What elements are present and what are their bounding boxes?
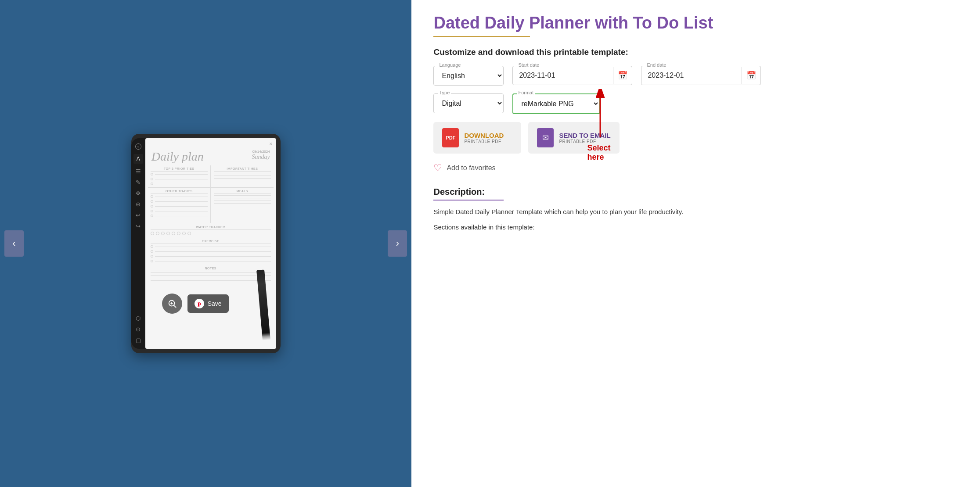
planner-day: Sunday <box>252 154 270 161</box>
tablet-icon-square: ▢ <box>136 337 141 344</box>
water-tracker: WATER TRACKER <box>148 224 274 237</box>
red-arrow-svg <box>587 89 613 142</box>
language-field: Language English Spanish French German <box>433 66 504 86</box>
tablet-icon-menu: ☰ <box>136 168 141 175</box>
download-button[interactable]: PDF DOWNLOAD PRINTABLE PDF <box>433 122 521 154</box>
pinterest-save-button[interactable]: 𝐩 Save <box>187 294 229 313</box>
tablet-icon-search: ⊕ <box>136 201 141 208</box>
format-field: Format PDF PNG reMarkable PNG JPG Selec <box>512 93 600 114</box>
description-heading: Description: <box>433 187 958 197</box>
arrow-annotation: Select here <box>587 89 613 162</box>
tablet-icon-undo: ↩ <box>136 212 141 218</box>
save-label: Save <box>208 300 222 307</box>
type-field: Type Digital Print <box>433 93 504 113</box>
tablet-icon-a: A <box>133 154 143 164</box>
description-section: Description: Simple Dated Daily Planner … <box>433 187 958 231</box>
start-date-label: Start date <box>517 62 540 68</box>
language-label: Language <box>438 62 462 68</box>
start-date-input[interactable] <box>513 66 613 85</box>
tablet-icon-move: ✥ <box>136 190 141 197</box>
select-here-text: Select here <box>587 143 613 162</box>
end-date-field: End date 📅 <box>641 66 761 85</box>
tablet-icon-share: ⬡ <box>136 315 141 322</box>
zoom-button[interactable] <box>162 294 182 314</box>
end-date-picker-button[interactable]: 📅 <box>742 67 760 84</box>
prev-icon: ‹ <box>12 238 15 249</box>
planner-date: 09/14/2024 <box>252 150 270 154</box>
tablet-icon-pin: ✎ <box>136 179 141 186</box>
type-select[interactable]: Digital Print <box>433 93 504 113</box>
right-panel: Dated Daily Planner with To Do List Cust… <box>411 0 980 487</box>
todos-cell: OTHER TO-DO'S <box>148 188 210 223</box>
tablet-icon-redo: ↪ <box>136 223 141 229</box>
meals-cell: MEALS <box>211 188 274 223</box>
planner-title: Daily plan <box>151 150 204 164</box>
end-date-label: End date <box>645 62 667 68</box>
pinterest-logo: 𝐩 <box>195 299 204 308</box>
start-date-wrapper: 📅 <box>512 66 632 85</box>
type-label: Type <box>438 90 451 95</box>
pdf-icon: PDF <box>442 128 459 147</box>
download-main-text: DOWNLOAD <box>464 132 504 139</box>
sections-label: Sections available in this template: <box>433 223 958 231</box>
title-underline <box>433 36 530 37</box>
svg-line-1 <box>173 305 176 308</box>
heart-icon: ♡ <box>433 162 442 174</box>
download-sub-text: PRINTABLE PDF <box>464 139 501 144</box>
product-title: Dated Daily Planner with To Do List <box>433 13 958 33</box>
favorites-row[interactable]: ♡ Add to favorites <box>433 162 958 174</box>
customize-label: Customize and download this printable te… <box>433 47 958 57</box>
language-select[interactable]: English Spanish French German <box>433 66 504 86</box>
form-row-1: Language English Spanish French German S… <box>433 66 958 86</box>
overlay-actions: 𝐩 Save <box>162 294 229 314</box>
next-icon: › <box>396 238 399 249</box>
start-date-field: Start date 📅 <box>512 66 632 85</box>
carousel-next-button[interactable]: › <box>388 230 407 257</box>
notes-cell: NOTES <box>148 265 274 283</box>
favorites-text[interactable]: Add to favorites <box>447 164 495 172</box>
download-text-wrap: DOWNLOAD PRINTABLE PDF <box>464 132 504 144</box>
tablet-sidebar: ○ A ☰ ✎ ✥ ⊕ ↩ ↪ ⬡ ⊙ ▢ <box>131 138 145 349</box>
end-date-wrapper: 📅 <box>641 66 761 85</box>
start-date-picker-button[interactable]: 📅 <box>613 67 632 84</box>
tablet-mockup: ○ A ☰ ✎ ✥ ⊕ ↩ ↪ ⬡ ⊙ ▢ ✕ Daily <box>131 134 281 353</box>
description-text: Simple Dated Daily Planner Template whic… <box>433 207 958 217</box>
tablet-icon-top: ○ <box>135 143 141 150</box>
priorities-cell: TOP 3 PRIORITIES <box>148 165 210 187</box>
carousel-prev-button[interactable]: ‹ <box>4 230 24 257</box>
left-panel: ‹ ○ A ☰ ✎ ✥ ⊕ ↩ ↪ ⬡ ⊙ ▢ <box>0 0 411 487</box>
action-row: PDF DOWNLOAD PRINTABLE PDF ✉ SEND TO EMA… <box>433 122 958 154</box>
email-icon: ✉ <box>537 128 554 147</box>
exercise-cell: EXERCISE <box>148 238 274 264</box>
description-underline <box>433 200 504 201</box>
tablet-icon-layers: ⊙ <box>136 326 141 333</box>
tablet-screen: ✕ Daily plan 09/14/2024 Sunday TOP 3 PRI… <box>145 138 276 349</box>
format-label: Format <box>517 90 535 95</box>
end-date-input[interactable] <box>641 66 742 85</box>
important-times-cell: IMPORTANT TIMES <box>211 165 274 187</box>
form-row-2: Type Digital Print Format PDF PNG reMark… <box>433 93 958 114</box>
